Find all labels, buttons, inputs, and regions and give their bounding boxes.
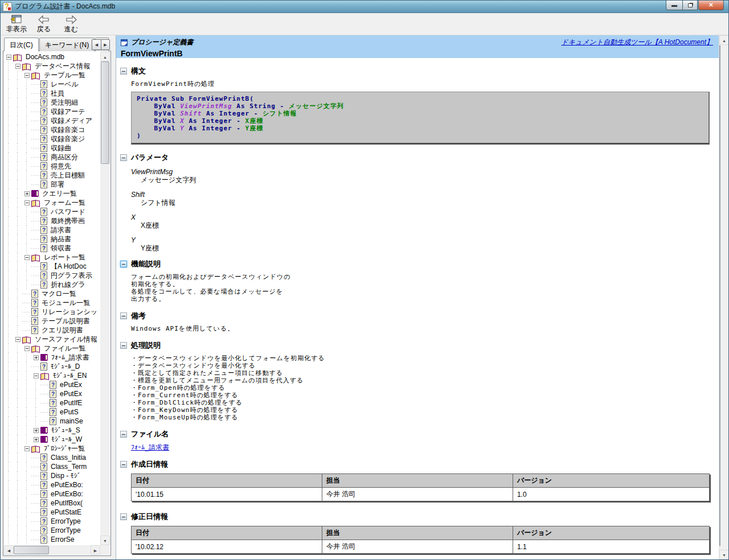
expand-toggle[interactable]	[24, 191, 30, 196]
tree-item[interactable]: 売上目標額	[4, 171, 100, 180]
collapse-toggle-highlighted[interactable]	[120, 261, 127, 267]
collapse-toggle[interactable]	[24, 200, 30, 205]
tree-item-label[interactable]: Disp - ﾓｼﾞ	[50, 472, 82, 480]
tree-item-label[interactable]: ﾌﾟﾛｼｰｼﾞｬ一覧	[43, 444, 86, 454]
scroll-down-arrow[interactable]: ▼	[719, 550, 728, 559]
tree-item-label[interactable]: ePutEx	[59, 381, 83, 389]
tree-item-label[interactable]: 社員	[50, 89, 65, 98]
tree-item-label[interactable]: ePutIfE	[59, 399, 83, 407]
tree-item-label[interactable]: Class_Initia	[50, 454, 87, 462]
tree-item[interactable]: ErrorSe	[4, 535, 100, 544]
expand-toggle[interactable]	[34, 437, 39, 442]
tree-item[interactable]: ファイル一覧	[4, 344, 100, 353]
tree-item-label[interactable]: 領収書	[50, 244, 72, 253]
scroll-right-arrow[interactable]: ▶	[91, 545, 100, 555]
tree-item[interactable]: 納品書	[4, 234, 100, 244]
tree-item[interactable]: 収録アーテ	[4, 107, 100, 116]
tree-item[interactable]: ﾌﾟﾛｼｰｼﾞｬ一覧	[4, 444, 100, 453]
tree-item-label[interactable]: 請求書	[50, 225, 72, 235]
collapse-toggle[interactable]	[120, 513, 127, 520]
tree-item-label[interactable]: 得意先	[50, 162, 72, 171]
tree-item[interactable]: mainSe	[4, 417, 100, 426]
tree-item-label[interactable]: ファイル一覧	[43, 344, 87, 353]
tree-item[interactable]: 【A HotDoc	[4, 262, 100, 271]
tree-item-label[interactable]: ソースファイル情報	[34, 335, 99, 344]
form-file-link[interactable]: ﾌｫｰﾑ_請求書	[131, 443, 169, 452]
tree-item[interactable]: 領収書	[4, 244, 100, 253]
tree-item-label[interactable]: クエリ一覧	[41, 189, 78, 199]
tree-vertical-scrollbar[interactable]: ▲ ▼	[100, 52, 110, 545]
tree-item[interactable]: 収録曲	[4, 143, 100, 153]
tree-item[interactable]: ソースファイル情報	[4, 335, 100, 344]
tree-item[interactable]: レポート一覧	[4, 253, 100, 262]
titlebar[interactable]: プログラム設計書 - DocAcs.mdb ▬ ✕	[1, 1, 728, 13]
collapse-toggle[interactable]	[120, 154, 127, 161]
tree-item[interactable]: 部署	[4, 180, 100, 189]
tab-scroll-left-button[interactable]: ◀	[92, 39, 101, 50]
tree-item-label[interactable]: ﾓｼﾞｭｰﾙ_D	[50, 363, 81, 370]
tree-item[interactable]: テーブル説明書	[4, 316, 100, 326]
expand-toggle[interactable]	[34, 428, 39, 433]
tree-item[interactable]: ﾌｫｰﾑ_請求書	[4, 353, 100, 362]
tree-item-label[interactable]: 収録音楽ジ	[50, 134, 86, 144]
tree-item-label[interactable]: レポート一覧	[43, 253, 87, 262]
tree-item-label[interactable]: ﾓｼﾞｭｰﾙ_EN	[52, 372, 88, 380]
tree-item[interactable]: ePutExBo:	[4, 480, 100, 489]
forward-button[interactable]: 進む	[59, 14, 84, 34]
tree-item[interactable]: 社員	[4, 89, 100, 98]
tree-item[interactable]: ePutEx	[4, 380, 100, 389]
tree-item[interactable]: パスワード	[4, 207, 100, 216]
tree-item[interactable]: ﾓｼﾞｭｰﾙ_D	[4, 362, 100, 371]
tree-item-label[interactable]: 受注明細	[50, 98, 79, 108]
tree-item-label[interactable]: 円グラフ表示	[50, 271, 93, 281]
tree-item[interactable]: モジュール一覧	[4, 298, 100, 307]
collapse-toggle[interactable]	[24, 446, 30, 451]
tree-item-label[interactable]: 収録アーテ	[50, 107, 87, 117]
tree-item-label[interactable]: ﾓｼﾞｭｰﾙ_S	[50, 426, 81, 434]
tab-contents[interactable]: 目次(C)	[4, 38, 39, 51]
tree-item[interactable]: マクロ一覧	[4, 289, 100, 298]
tree-item-label[interactable]: ePutStatE	[50, 508, 83, 516]
restore-button[interactable]	[682, 1, 698, 10]
collapse-toggle[interactable]	[15, 64, 21, 69]
scroll-left-arrow[interactable]: ◀	[4, 545, 14, 555]
tree-item-label[interactable]: Class_Term	[50, 463, 88, 471]
collapse-toggle[interactable]	[6, 55, 11, 60]
tree-item-label[interactable]: 納品書	[50, 234, 72, 244]
tree-item-label[interactable]: 折れ線グラ	[50, 280, 87, 290]
collapse-toggle[interactable]	[120, 431, 127, 438]
tree-item-label[interactable]: フォーム一覧	[43, 198, 87, 208]
tree-horizontal-scrollbar[interactable]: ◀ ▶	[4, 545, 100, 555]
tree-item-label[interactable]: 最終携帯画	[50, 216, 86, 226]
tree-item-label[interactable]: テーブル一覧	[43, 71, 87, 80]
tree-item-label[interactable]: 部署	[50, 180, 65, 190]
tree-item-label[interactable]: ErrorType	[50, 517, 82, 525]
collapse-toggle[interactable]	[34, 373, 39, 378]
tree-item[interactable]: Disp - ﾓｼﾞ	[4, 471, 100, 480]
tree-item[interactable]: ePutS	[4, 407, 100, 417]
tree-item[interactable]: ePutEx	[4, 389, 100, 398]
tree-item[interactable]: 円グラフ表示	[4, 271, 100, 280]
collapse-toggle[interactable]	[120, 461, 127, 468]
scrollbar-thumb[interactable]	[14, 546, 49, 554]
tree-item[interactable]: ErrorType	[4, 526, 100, 535]
scroll-up-arrow[interactable]: ▲	[100, 52, 110, 61]
back-button[interactable]: 戻る	[31, 14, 56, 34]
tree-item[interactable]: ePutIfBox(	[4, 499, 100, 508]
tree-item[interactable]: リレーションシッ	[4, 307, 100, 316]
tree-item-label[interactable]: ErrorType	[50, 526, 82, 534]
tree-item-label[interactable]: ePutEx	[59, 390, 83, 398]
expand-toggle[interactable]	[34, 355, 39, 360]
tree-item[interactable]: 収録メディア	[4, 116, 100, 125]
tree-item-label[interactable]: ﾓｼﾞｭｰﾙ_W	[50, 435, 83, 443]
scrollbar-thumb[interactable]	[101, 61, 109, 164]
tree-item-label[interactable]: ePutIfBox(	[50, 499, 84, 507]
tree-item[interactable]: 折れ線グラ	[4, 280, 100, 289]
collapse-toggle[interactable]	[24, 73, 30, 78]
tree-item-label[interactable]: ePutS	[59, 408, 80, 416]
scroll-down-arrow[interactable]: ▼	[100, 536, 110, 545]
collapse-toggle[interactable]	[120, 68, 127, 75]
tree-item[interactable]: ePutStatE	[4, 508, 100, 517]
scroll-up-arrow[interactable]: ▲	[719, 35, 728, 45]
tree-item[interactable]: ﾓｼﾞｭｰﾙ_W	[4, 435, 100, 444]
